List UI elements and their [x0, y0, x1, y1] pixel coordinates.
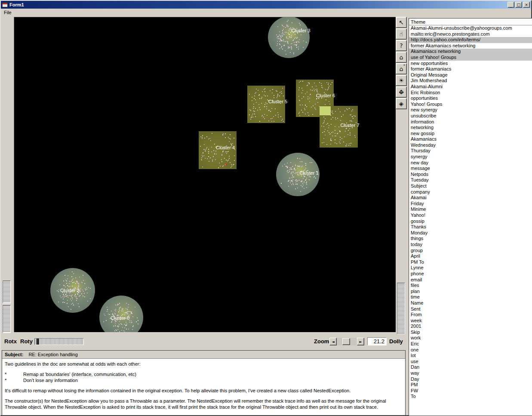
theme-item[interactable]: files — [409, 283, 532, 289]
theme-item[interactable]: former Akamaniacs networking — [409, 43, 532, 49]
theme-item[interactable]: Akamaniacs networking — [409, 49, 532, 55]
titlebar[interactable]: Form1 _ □ × — [1, 1, 531, 9]
rotation-slider[interactable] — [34, 338, 84, 345]
theme-item[interactable]: Friday — [409, 201, 532, 207]
theme-item[interactable]: new day — [409, 160, 532, 166]
data-point — [118, 304, 119, 305]
theme-item[interactable]: one — [409, 347, 532, 353]
maximize-button[interactable]: □ — [515, 2, 522, 8]
theme-item[interactable]: April — [409, 253, 532, 259]
cluster-circle[interactable]: Cluster 0 — [99, 296, 143, 332]
theme-item[interactable]: Minime — [409, 206, 532, 213]
zoom-slider-thumb[interactable] — [342, 338, 350, 345]
theme-item[interactable]: phone — [409, 271, 532, 277]
zoom-decrease-button[interactable]: ◄ — [329, 338, 337, 345]
theme-item[interactable]: Akamai — [409, 195, 532, 201]
theme-item[interactable]: information — [409, 119, 532, 125]
theme-item[interactable]: PM To — [409, 259, 532, 265]
theme-item[interactable]: http://docs.yahoo.com/info/terms/ — [409, 37, 532, 43]
theme-item[interactable]: Subject — [409, 183, 532, 189]
cluster-square[interactable]: Cluster 5 — [247, 86, 285, 123]
theme-item[interactable]: new gossip — [409, 131, 532, 137]
theme-item[interactable]: Original Message — [409, 72, 532, 78]
help-tool[interactable]: ? — [396, 40, 407, 51]
theme-item[interactable]: Jim Mothershead — [409, 78, 532, 84]
theme-item[interactable]: use of Yahoo! Groups — [409, 55, 532, 61]
data-point — [86, 289, 87, 290]
theme-item[interactable]: Name — [409, 300, 532, 306]
theme-item[interactable]: Skip — [409, 330, 532, 336]
theme-item[interactable]: former Akamaniacs — [409, 66, 532, 72]
theme-item[interactable]: To — [409, 394, 532, 400]
theme-item[interactable]: new synergy — [409, 107, 532, 113]
theme-item[interactable]: way — [409, 370, 532, 376]
theme-item[interactable]: unsubscribe — [409, 113, 532, 119]
theme-item[interactable]: Dan — [409, 364, 532, 370]
set-home-view-tool[interactable]: ⌂* — [396, 63, 407, 74]
theme-item[interactable]: Akamai-Alumni — [409, 84, 532, 90]
rotx-vertical-slider[interactable] — [3, 280, 11, 303]
cluster-square[interactable]: Cluster 4 — [199, 131, 237, 169]
theme-item[interactable]: From — [409, 312, 532, 318]
theme-item[interactable]: Sent — [409, 306, 532, 312]
lighting-tool[interactable]: ☀ — [396, 75, 407, 86]
theme-item[interactable]: Eric Robinson — [409, 90, 532, 96]
cluster-square[interactable]: Cluster 7 — [320, 106, 358, 148]
theme-item[interactable]: opportunities — [409, 96, 532, 102]
home-view-tool[interactable]: ⌂ — [396, 52, 407, 63]
hand-tool[interactable]: ☝ — [396, 28, 407, 40]
theme-item[interactable]: message — [409, 166, 532, 172]
theme-item[interactable]: 2001 — [409, 324, 532, 330]
data-point — [306, 42, 307, 43]
cluster-circle[interactable]: Cluster 3 — [268, 17, 310, 58]
theme-item[interactable]: Yahoo! Groups — [409, 102, 532, 108]
theme-item[interactable]: group — [409, 248, 532, 254]
theme-item[interactable]: use — [409, 359, 532, 365]
select-tool[interactable]: ↖ — [396, 17, 407, 28]
theme-item[interactable]: email — [409, 277, 532, 283]
visualization-canvas[interactable]: Cluster 3Cluster 5Cluster 6Cluster 7Clus… — [14, 17, 396, 332]
theme-item[interactable]: work — [409, 335, 532, 341]
roty-vertical-slider[interactable] — [3, 305, 11, 333]
theme-item[interactable]: synergy — [409, 154, 532, 160]
theme-item[interactable]: today — [409, 242, 532, 248]
projection-tool[interactable]: ◈ — [396, 98, 407, 109]
theme-item[interactable]: PM — [409, 382, 532, 388]
theme-item[interactable]: Netpods — [409, 172, 532, 178]
theme-item[interactable]: lot — [409, 353, 532, 359]
theme-item[interactable]: Thanks — [409, 224, 532, 230]
theme-item[interactable]: new opportunities — [409, 61, 532, 67]
theme-item[interactable]: Akamaniacs — [409, 136, 532, 142]
cluster-circle[interactable]: Cluster 1 — [276, 153, 320, 196]
theme-item[interactable]: week — [409, 318, 532, 324]
theme-item[interactable]: gossip — [409, 219, 532, 225]
theme-item[interactable]: mailto:eric@newco.prestongates.com — [409, 31, 532, 37]
menu-file[interactable]: File — [1, 9, 15, 15]
data-point — [119, 303, 120, 304]
theme-item[interactable]: Lynne — [409, 265, 532, 271]
pan-view-tool[interactable]: ↔↕ — [396, 86, 407, 98]
theme-item[interactable]: company — [409, 189, 532, 195]
cluster-circle[interactable]: Cluster 2 — [50, 268, 95, 313]
theme-item[interactable]: Tuesday — [409, 177, 532, 183]
theme-item[interactable]: Eric — [409, 341, 532, 347]
theme-item[interactable]: Akamai-Alumni-unsubscribe@yahoogroups.co… — [409, 25, 532, 31]
theme-item[interactable]: things — [409, 236, 532, 242]
data-point — [85, 290, 86, 290]
zoom-slider[interactable] — [337, 338, 357, 345]
theme-item[interactable]: Wednesday — [409, 142, 532, 148]
theme-item[interactable]: Thursday — [409, 148, 532, 154]
dolly-vertical-slider[interactable] — [397, 283, 405, 334]
minimize-button[interactable]: _ — [507, 2, 514, 8]
theme-item[interactable]: Monday — [409, 230, 532, 236]
zoom-increase-button[interactable]: ► — [357, 338, 364, 345]
theme-item[interactable]: networking — [409, 125, 532, 131]
rotation-slider-thumb[interactable] — [37, 339, 39, 345]
theme-item[interactable]: Day — [409, 376, 532, 382]
theme-column-header[interactable]: Theme — [409, 18, 532, 25]
theme-item[interactable]: Yahoo! — [409, 213, 532, 219]
theme-item[interactable]: FW — [409, 388, 532, 394]
theme-item[interactable]: time — [409, 294, 532, 300]
theme-item[interactable]: plan — [409, 289, 532, 295]
close-button[interactable]: × — [523, 2, 530, 8]
